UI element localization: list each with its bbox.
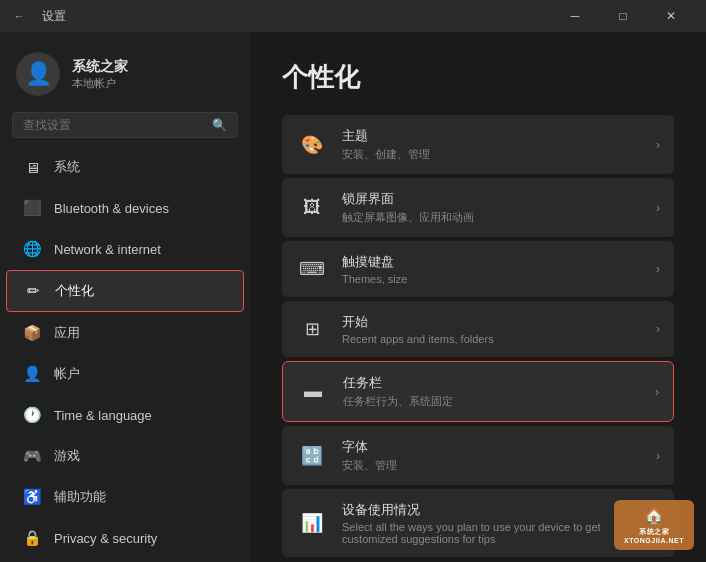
- touchkeyboard-title: 触摸键盘: [342, 253, 642, 271]
- fonts-title: 字体: [342, 438, 642, 456]
- sidebar-item-privacy[interactable]: 🔒 Privacy & security: [6, 518, 244, 558]
- lockscreen-text: 锁屏界面 触定屏幕图像、应用和动画: [342, 190, 642, 225]
- privacy-icon: 🔒: [22, 528, 42, 548]
- deviceusage-desc: Select all the ways you plan to use your…: [342, 521, 642, 545]
- bluetooth-icon: ⬛: [22, 198, 42, 218]
- watermark: 🏠 系统之家 XTONGJIIA.NET: [614, 500, 694, 550]
- touchkeyboard-chevron: ›: [656, 262, 660, 276]
- user-name: 系统之家: [72, 58, 128, 76]
- theme-title: 主题: [342, 127, 642, 145]
- lockscreen-icon: 🖼: [296, 192, 328, 224]
- start-icon: ⊞: [296, 313, 328, 345]
- sidebar-item-apps[interactable]: 📦 应用: [6, 313, 244, 353]
- sidebar-item-label: 帐户: [54, 365, 80, 383]
- lockscreen-desc: 触定屏幕图像、应用和动画: [342, 210, 642, 225]
- sidebar-item-accessibility[interactable]: ♿ 辅助功能: [6, 477, 244, 517]
- gaming-icon: 🎮: [22, 446, 42, 466]
- personalization-icon: ✏: [23, 281, 43, 301]
- sidebar-item-gaming[interactable]: 🎮 游戏: [6, 436, 244, 476]
- fonts-desc: 安装、管理: [342, 458, 642, 473]
- settings-item-touchkeyboard[interactable]: ⌨ 触摸键盘 Themes, size ›: [282, 241, 674, 297]
- sidebar-item-label: 个性化: [55, 282, 94, 300]
- taskbar-title: 任务栏: [343, 374, 641, 392]
- arrow-indicator: ➤: [250, 375, 251, 408]
- watermark-icon: 🏠: [644, 506, 664, 525]
- start-desc: Recent apps and items, folders: [342, 333, 642, 345]
- accounts-icon: 👤: [22, 364, 42, 384]
- touchkeyboard-icon: ⌨: [296, 253, 328, 285]
- sidebar-item-time[interactable]: 🕐 Time & language: [6, 395, 244, 435]
- taskbar-icon: ▬: [297, 376, 329, 408]
- back-button[interactable]: ←: [12, 9, 26, 23]
- sidebar-item-label: 应用: [54, 324, 80, 342]
- taskbar-text: 任务栏 任务栏行为、系统固定: [343, 374, 641, 409]
- lockscreen-title: 锁屏界面: [342, 190, 642, 208]
- network-icon: 🌐: [22, 239, 42, 259]
- sidebar-item-personalization[interactable]: ✏ 个性化: [6, 270, 244, 312]
- titlebar: ← 设置 ─ □ ✕: [0, 0, 706, 32]
- avatar: 👤: [16, 52, 60, 96]
- user-type: 本地帐户: [72, 76, 128, 91]
- fonts-icon: 🔡: [296, 440, 328, 472]
- deviceusage-title: 设备使用情况: [342, 501, 642, 519]
- titlebar-nav: ← 设置: [12, 8, 66, 25]
- maximize-button[interactable]: □: [600, 0, 646, 32]
- start-text: 开始 Recent apps and items, folders: [342, 313, 642, 345]
- time-icon: 🕐: [22, 405, 42, 425]
- sidebar: 👤 系统之家 本地帐户 🔍 🖥 系统 ⬛ Bluetooth & devices…: [0, 32, 250, 562]
- sidebar-item-label: Network & internet: [54, 242, 161, 257]
- start-title: 开始: [342, 313, 642, 331]
- user-info: 系统之家 本地帐户: [72, 58, 128, 91]
- sidebar-item-label: 系统: [54, 158, 80, 176]
- sidebar-item-bluetooth[interactable]: ⬛ Bluetooth & devices: [6, 188, 244, 228]
- sidebar-item-label: 辅助功能: [54, 488, 106, 506]
- main-content: 👤 系统之家 本地帐户 🔍 🖥 系统 ⬛ Bluetooth & devices…: [0, 32, 706, 562]
- sidebar-item-accounts[interactable]: 👤 帐户: [6, 354, 244, 394]
- sidebar-item-label: Time & language: [54, 408, 152, 423]
- settings-item-lockscreen[interactable]: 🖼 锁屏界面 触定屏幕图像、应用和动画 ›: [282, 178, 674, 237]
- settings-list: 🎨 主题 安装、创建、管理 › 🖼 锁屏界面 触定屏幕图像、应用和动画 › ⌨ …: [282, 115, 674, 557]
- fonts-chevron: ›: [656, 449, 660, 463]
- deviceusage-text: 设备使用情况 Select all the ways you plan to u…: [342, 501, 642, 545]
- fonts-text: 字体 安装、管理: [342, 438, 642, 473]
- sidebar-item-label: Bluetooth & devices: [54, 201, 169, 216]
- settings-item-theme[interactable]: 🎨 主题 安装、创建、管理 ›: [282, 115, 674, 174]
- start-chevron: ›: [656, 322, 660, 336]
- lockscreen-chevron: ›: [656, 201, 660, 215]
- search-icon: 🔍: [212, 118, 227, 132]
- theme-text: 主题 安装、创建、管理: [342, 127, 642, 162]
- watermark-line2: XTONGJIIA.NET: [624, 537, 684, 544]
- theme-icon: 🎨: [296, 129, 328, 161]
- search-input[interactable]: [23, 118, 204, 132]
- taskbar-chevron: ›: [655, 385, 659, 399]
- taskbar-desc: 任务栏行为、系统固定: [343, 394, 641, 409]
- settings-item-taskbar[interactable]: ➤ ▬ 任务栏 任务栏行为、系统固定 ›: [282, 361, 674, 422]
- apps-icon: 📦: [22, 323, 42, 343]
- deviceusage-icon: 📊: [296, 507, 328, 539]
- titlebar-controls: ─ □ ✕: [552, 0, 694, 32]
- watermark-line1: 系统之家: [639, 527, 669, 537]
- theme-chevron: ›: [656, 138, 660, 152]
- page-title: 个性化: [282, 60, 674, 95]
- accessibility-icon: ♿: [22, 487, 42, 507]
- settings-item-start[interactable]: ⊞ 开始 Recent apps and items, folders ›: [282, 301, 674, 357]
- user-section[interactable]: 👤 系统之家 本地帐户: [0, 32, 250, 112]
- touchkeyboard-text: 触摸键盘 Themes, size: [342, 253, 642, 285]
- sidebar-item-network[interactable]: 🌐 Network & internet: [6, 229, 244, 269]
- nav-list: 🖥 系统 ⬛ Bluetooth & devices 🌐 Network & i…: [0, 146, 250, 562]
- close-button[interactable]: ✕: [648, 0, 694, 32]
- settings-item-fonts[interactable]: 🔡 字体 安装、管理 ›: [282, 426, 674, 485]
- sidebar-item-label: Privacy & security: [54, 531, 157, 546]
- system-icon: 🖥: [22, 157, 42, 177]
- titlebar-title: 设置: [42, 8, 66, 25]
- touchkeyboard-desc: Themes, size: [342, 273, 642, 285]
- minimize-button[interactable]: ─: [552, 0, 598, 32]
- sidebar-item-system[interactable]: 🖥 系统: [6, 147, 244, 187]
- search-box[interactable]: 🔍: [12, 112, 238, 138]
- sidebar-item-label: 游戏: [54, 447, 80, 465]
- content-area: 个性化 🎨 主题 安装、创建、管理 › 🖼 锁屏界面 触定屏幕图像、应用和动画 …: [250, 32, 706, 562]
- theme-desc: 安装、创建、管理: [342, 147, 642, 162]
